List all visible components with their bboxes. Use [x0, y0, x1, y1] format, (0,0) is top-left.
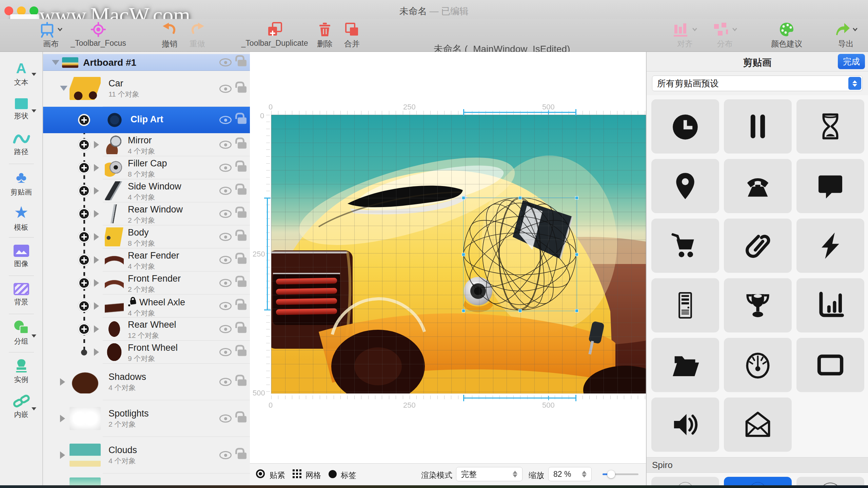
- disclosure-triangle[interactable]: [94, 233, 99, 241]
- focus-tool-button[interactable]: _Toolbar_Focus: [68, 19, 129, 52]
- redo-button[interactable]: 重做: [182, 19, 213, 52]
- plus-node-icon[interactable]: [78, 277, 90, 289]
- lock-icon[interactable]: [238, 165, 246, 171]
- visibility-eye-icon[interactable]: [219, 85, 232, 93]
- clipart-tile-bar-chart[interactable]: [796, 278, 864, 332]
- lock-icon[interactable]: [238, 280, 246, 287]
- sidebar-item-path[interactable]: 路径: [0, 127, 42, 162]
- layer-row[interactable]: Filler Cap8 个对象: [43, 156, 250, 179]
- disclosure-triangle[interactable]: [94, 256, 99, 264]
- layer-row[interactable]: Rear Wheel12 个对象: [43, 318, 250, 341]
- visibility-eye-icon[interactable]: [219, 210, 232, 218]
- disclosure-triangle[interactable]: [94, 187, 99, 195]
- disclosure-triangle[interactable]: [60, 86, 67, 91]
- disclosure-triangle[interactable]: [94, 302, 99, 310]
- layer-row[interactable]: Shadows4 个对象: [43, 364, 250, 400]
- lock-icon[interactable]: [238, 211, 246, 218]
- layer-row[interactable]: Body8 个对象: [43, 225, 250, 248]
- artboard[interactable]: [271, 115, 646, 393]
- disclosure-triangle[interactable]: [94, 325, 99, 333]
- disclosure-triangle[interactable]: [94, 210, 99, 218]
- plus-node-icon[interactable]: [78, 300, 90, 312]
- clipart-tile-envelope[interactable]: [724, 398, 792, 452]
- visibility-eye-icon[interactable]: [219, 58, 232, 66]
- layer-row[interactable]: Side Window4 个对象: [43, 179, 250, 202]
- visibility-eye-icon[interactable]: [219, 348, 232, 356]
- visibility-eye-icon[interactable]: [219, 414, 232, 423]
- spiro-tile-3[interactable]: [796, 477, 864, 485]
- lock-icon[interactable]: [238, 142, 246, 148]
- snap-icon[interactable]: [256, 469, 265, 478]
- clipart-tile-speaker[interactable]: [651, 398, 719, 452]
- disclosure-triangle[interactable]: [60, 378, 65, 386]
- clipart-tile-folder[interactable]: [651, 338, 719, 392]
- clipart-tile-display[interactable]: [796, 338, 864, 392]
- lock-icon[interactable]: [238, 86, 246, 93]
- visibility-eye-icon[interactable]: [219, 302, 232, 310]
- delete-button[interactable]: 删除: [310, 19, 340, 52]
- lock-icon[interactable]: [238, 117, 246, 124]
- visibility-eye-icon[interactable]: [219, 325, 232, 333]
- layer-row[interactable]: Spotlights2 个对象: [43, 400, 250, 437]
- clipart-tile-paperclip[interactable]: [724, 219, 792, 273]
- clipart-tile-map-pin[interactable]: [651, 159, 719, 213]
- zoom-field[interactable]: 82 %: [548, 467, 592, 481]
- lock-icon[interactable]: [238, 234, 246, 241]
- clipart-tile-chat[interactable]: [796, 159, 864, 213]
- layer-row-artboard[interactable]: Artboard #1: [43, 54, 250, 71]
- disclosure-triangle[interactable]: [94, 279, 99, 287]
- plus-node-icon[interactable]: [78, 254, 90, 266]
- visibility-eye-icon[interactable]: [219, 233, 232, 241]
- lock-icon[interactable]: [238, 257, 246, 264]
- grid-icon[interactable]: [293, 469, 301, 478]
- plus-node-icon[interactable]: [78, 231, 90, 243]
- disclosure-triangle[interactable]: [94, 348, 99, 356]
- sidebar-item-clipart[interactable]: ♣ 剪贴画: [0, 165, 42, 201]
- clipart-tile-pause[interactable]: [724, 99, 792, 154]
- disclosure-triangle[interactable]: [94, 164, 99, 171]
- visibility-eye-icon[interactable]: [219, 164, 232, 172]
- sidebar-item-instance[interactable]: 实例: [0, 354, 42, 389]
- sidebar-item-image[interactable]: 图像: [0, 239, 42, 274]
- layer-row[interactable]: Car11 个对象: [43, 71, 250, 107]
- plus-node-icon[interactable]: [78, 114, 90, 126]
- visibility-eye-icon[interactable]: [219, 116, 232, 124]
- layer-row[interactable]: Mirror4 个对象: [43, 133, 250, 156]
- layer-row-selected[interactable]: Clip Art: [43, 107, 250, 133]
- plus-node-icon[interactable]: [78, 139, 90, 150]
- preset-select[interactable]: 所有剪贴画预设: [652, 76, 863, 91]
- plus-node-icon[interactable]: [78, 323, 90, 335]
- visibility-eye-icon[interactable]: [219, 187, 232, 195]
- layer-row[interactable]: Front Fender2 个对象: [43, 271, 250, 294]
- layer-row[interactable]: Front Wheel9 个对象: [43, 341, 250, 364]
- layer-row[interactable]: Rear Fender4 个对象: [43, 248, 250, 271]
- disclosure-triangle[interactable]: [52, 60, 59, 65]
- sidebar-item-embed[interactable]: 内嵌: [0, 389, 42, 424]
- canvas-tool-button[interactable]: 画布: [32, 19, 70, 52]
- lock-icon[interactable]: [238, 379, 246, 386]
- spiro-tile-2-selected[interactable]: [724, 477, 792, 485]
- snap-label[interactable]: 贴紧: [270, 470, 285, 481]
- clipart-tile-hourglass[interactable]: [796, 99, 864, 154]
- labels-label[interactable]: 标签: [341, 470, 356, 481]
- done-button[interactable]: 完成: [838, 54, 865, 69]
- layer-row[interactable]: Wheel Axle4 个对象: [43, 294, 250, 318]
- undo-button[interactable]: 撤销: [154, 19, 185, 52]
- grid-label[interactable]: 网格: [305, 470, 321, 481]
- visibility-eye-icon[interactable]: [219, 279, 232, 287]
- layer-row[interactable]: Rear Window2 个对象: [43, 202, 250, 225]
- lock-icon[interactable]: [238, 452, 246, 459]
- sidebar-item-text[interactable]: A 文本: [0, 57, 42, 92]
- clipart-tile-phone[interactable]: [724, 159, 792, 213]
- labels-icon[interactable]: [329, 470, 337, 478]
- export-button[interactable]: 导出: [827, 19, 865, 52]
- sidebar-item-group[interactable]: 分组: [0, 316, 42, 351]
- color-advice-button[interactable]: 颜色建议: [760, 19, 814, 52]
- plus-node-icon[interactable]: [78, 208, 90, 220]
- spiro-tile-1[interactable]: [651, 477, 719, 485]
- clipart-tile-server[interactable]: [651, 278, 719, 332]
- clipart-tile-trophy[interactable]: [724, 278, 792, 332]
- clipart-tile-lightning[interactable]: [796, 219, 864, 273]
- lock-icon[interactable]: [238, 60, 246, 66]
- clipart-tile-clock[interactable]: [651, 99, 719, 154]
